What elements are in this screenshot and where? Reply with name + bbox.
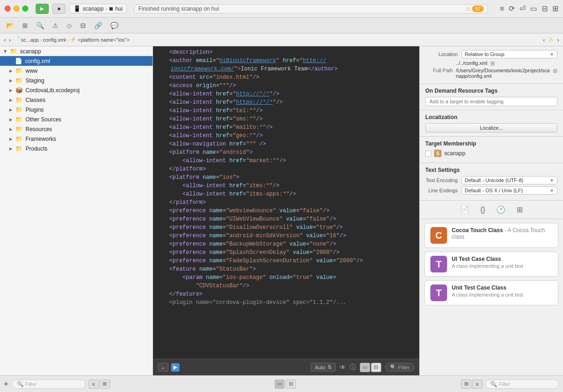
comment-icon[interactable]: 💬 [109, 20, 120, 31]
nav-crumb-config[interactable]: config.xml › [43, 37, 69, 43]
minimize-button[interactable] [13, 6, 19, 12]
view-single[interactable]: ▭ [360, 363, 370, 372]
template-title-unittest: Unit Test Case Class [452, 285, 523, 291]
search-icon[interactable]: 🔍 [35, 20, 45, 31]
rp-filter[interactable]: 🔍 Filter [485, 379, 559, 389]
rp-encoding-value: Default - Unicode (UTF-8) [465, 177, 524, 183]
template-icon-t-unit: T [430, 285, 447, 301]
bottom-bar-center: ▭ ⊟ [114, 379, 457, 389]
sidebar-item-staging[interactable]: ▶ 📁 Staging [0, 76, 153, 85]
nav-left-arrow[interactable]: ‹ [542, 36, 546, 44]
folder-icon[interactable]: 📂 [5, 20, 15, 31]
triangle-frameworks: ▶ [9, 137, 13, 141]
nav-back[interactable]: ‹ [3, 36, 7, 44]
scheme-label[interactable]: 📱 scanapp › ◼ hui [69, 4, 127, 13]
template-card-uitest[interactable]: T UI Test Case Class A class implementin… [424, 252, 558, 277]
rp-location-select[interactable]: Relative to Group ▼ [461, 50, 557, 58]
code-line: <preference name="UIWebViewBounce" value… [153, 215, 419, 223]
breakpoint-indicator: ▶ [171, 363, 179, 372]
rp-localize-button[interactable]: Localize... [425, 123, 557, 133]
maximize-button[interactable] [22, 6, 28, 12]
nav-app-label: sc...app [21, 37, 39, 43]
sidebar-item-scanapp[interactable]: ▶ 📁 scanapp [0, 46, 153, 56]
template-title-uitest: UI Test Case Class [452, 256, 523, 262]
warning-count[interactable]: 97 [472, 6, 483, 12]
code-line: <allow-intent href="itms:*"/> [153, 182, 419, 190]
share-icon[interactable]: ⟳ [509, 4, 515, 13]
nav-config-label: config.xml [43, 37, 66, 43]
rp-tab-file[interactable]: 📄 [459, 204, 470, 215]
sidebar-item-products[interactable]: ▶ 📁 Products [0, 144, 153, 153]
code-text: <allow-navigation href="*" /> [156, 140, 416, 148]
rp-path-icon[interactable]: ⊞ [490, 60, 495, 67]
folder-icon-staging: 📁 [15, 77, 23, 84]
enter-icon[interactable]: ⏎ [519, 4, 525, 13]
close-button[interactable] [5, 6, 11, 12]
nav-right-arrow[interactable]: › [556, 36, 560, 44]
sidebar-filter[interactable]: 🔍 Filter [12, 379, 86, 389]
center-single-view[interactable]: ▭ [275, 379, 285, 389]
nav-file-icon: 📄 [13, 36, 20, 43]
nav-crumb-app[interactable]: sc...app › [21, 37, 42, 43]
code-text: <preference name="UIWebViewBounce" value… [156, 215, 416, 223]
add-file-button[interactable]: + [4, 380, 9, 388]
code-text: <access origin="*"/> [156, 82, 416, 90]
sidebar-item-classes[interactable]: ▶ 📁 Classes [0, 95, 153, 105]
rp-lineend-select[interactable]: Default - OS X / Unix (LF) ▼ [461, 186, 557, 195]
center-split-view[interactable]: ⊟ [286, 379, 296, 389]
sidebar-filter-icon: 🔍 [17, 381, 24, 387]
editor-filter[interactable]: 🔍 Filter [385, 363, 415, 372]
warning-toolbar-icon[interactable]: ⚠ [51, 20, 60, 31]
link-icon[interactable]: 🔗 [93, 20, 103, 31]
folder-icon-classes: 📁 [15, 96, 23, 103]
sidebar-grid-view[interactable]: ⊞ [100, 379, 110, 389]
editor-content[interactable]: <description> <author email="hi@ionicfra… [153, 46, 419, 359]
rp-grid-view[interactable]: ⊞ [461, 379, 471, 389]
panel-split-icon[interactable]: ⊟ [542, 4, 548, 13]
sidebar-item-other-sources[interactable]: ▶ 📁 Other Sources [0, 114, 153, 124]
panel-single-icon[interactable]: ▭ [530, 4, 537, 13]
rp-tab-clock[interactable]: 🕐 [495, 204, 506, 215]
rp-tagging-input[interactable] [425, 97, 557, 106]
sidebar-item-plugins[interactable]: ▶ 📁 Plugins [0, 105, 153, 114]
hamburger-icon[interactable]: ≡ [500, 5, 504, 13]
rp-target-checkbox[interactable] [425, 151, 431, 157]
rp-tab-grid[interactable]: ⊞ [516, 204, 524, 215]
folder-icon-scanapp: 📁 [10, 48, 17, 55]
code-line: <platform name="android"> [153, 148, 419, 157]
stop-button[interactable]: ■ [52, 4, 65, 14]
view-split[interactable]: ⊟ [371, 363, 381, 372]
grid-icon[interactable]: ⊞ [21, 20, 29, 31]
rp-encoding-select[interactable]: Default - Unicode (UTF-8) ▼ [461, 176, 557, 184]
panel-triple-icon[interactable]: ⊞ [552, 4, 558, 13]
template-card-cocoa[interactable]: C Cocoa Touch Class - A Cocoa Touch clas… [424, 223, 558, 248]
folder-icon-www: 📁 [15, 67, 23, 74]
sidebar-list-view[interactable]: ≡ [89, 379, 99, 389]
folder-icon-other-sources: 📁 [15, 116, 23, 123]
run-button[interactable]: ▶ [36, 4, 49, 14]
code-line: <allow-intent href="http://*/*"/> [153, 90, 419, 98]
code-line: <preference name="DisallowOverscroll" va… [153, 223, 419, 232]
sidebar-item-www[interactable]: ▶ 📁 www [0, 66, 153, 76]
nav-forward[interactable]: › [8, 36, 12, 44]
warning-icon: ⚠ [465, 6, 470, 12]
info-icon[interactable]: ⓘ [350, 363, 356, 372]
eye-icon[interactable]: 👁 [339, 364, 346, 371]
rp-location-arrow: ▼ [550, 52, 554, 57]
code-line: ionicframework.com/">Ionic Framework Tea… [153, 65, 419, 73]
template-card-unittest[interactable]: T Unit Test Case Class A class implement… [424, 280, 558, 305]
auto-dropdown[interactable]: Auto ⇅ [311, 363, 336, 372]
rp-list-view[interactable]: ≡ [472, 379, 482, 389]
nav-crumb-platform[interactable]: ⚡ <platform name="ios"> [70, 37, 129, 43]
rp-tab-braces[interactable]: {} [480, 205, 486, 215]
rp-fullpath-icon[interactable]: ⊞ [553, 68, 557, 74]
rp-ondemand-section: On Demand Resource Tags [420, 84, 563, 110]
editor-expand-btn[interactable]: ⌄ [158, 363, 168, 372]
code-text: <description> [156, 48, 416, 57]
sidebar-item-resources[interactable]: ▶ 📁 Resources [0, 124, 153, 134]
apps-icon[interactable]: ⊟ [79, 20, 87, 31]
sidebar-item-frameworks[interactable]: ▶ 📁 Frameworks [0, 134, 153, 144]
sidebar-item-config-xml[interactable]: 📄 config.xml [0, 56, 153, 66]
sidebar-item-cordovalib[interactable]: ▶ 📦 CordovaLib.xcodeproj [0, 85, 153, 95]
diamond-icon[interactable]: ◇ [65, 20, 73, 31]
